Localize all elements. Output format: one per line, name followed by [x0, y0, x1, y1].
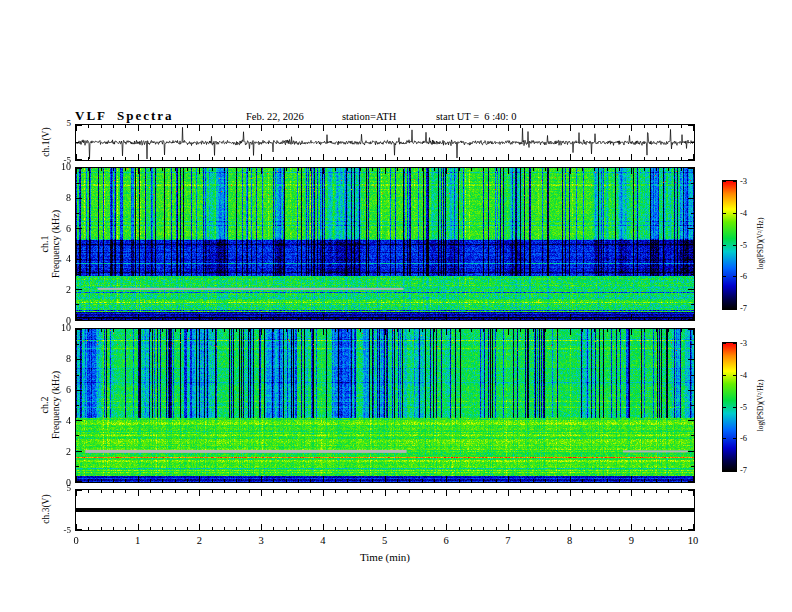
- x-tick-label: 4: [311, 535, 335, 546]
- colorbar-tick: [723, 245, 726, 246]
- ch1-spectrogram-canvas: [76, 168, 694, 320]
- colorbar-tick: [723, 470, 726, 471]
- y-tick-label: 5: [43, 483, 71, 493]
- x-tick-label: 2: [187, 535, 211, 546]
- y-tick-label: 5: [43, 118, 71, 128]
- colorbar-tick: [733, 343, 736, 344]
- colorbar-tick: [723, 343, 726, 344]
- colorbar-tick: [723, 213, 726, 214]
- colorbar-tick: [723, 375, 726, 376]
- x-tick-label: 9: [619, 535, 643, 546]
- x-tick-label: 5: [373, 535, 397, 546]
- colorbar-tick: [733, 213, 736, 214]
- ch1-spectrogram-panel: [75, 167, 695, 321]
- colorbar-ch1-label: log(PSD)(V²/Hz): [756, 184, 765, 304]
- ch1-waveform-canvas: [76, 125, 694, 160]
- colorbar-tick-label: -4: [740, 370, 747, 380]
- y-tick-label: 8: [43, 353, 71, 364]
- colorbar-tick-label: -6: [740, 271, 747, 281]
- ch2-spectrogram-panel: [75, 328, 695, 483]
- colorbar-tick: [733, 407, 736, 408]
- y-tick-label: 6: [43, 223, 71, 234]
- colorbar-tick: [723, 407, 726, 408]
- y-tick-label: -5: [43, 525, 71, 535]
- figure-date: Feb. 22, 2026: [246, 111, 304, 122]
- y-tick-label: 10: [43, 322, 71, 333]
- ch2-spectrogram-canvas: [76, 329, 694, 482]
- colorbar-tick: [723, 276, 726, 277]
- colorbar-tick: [733, 181, 736, 182]
- y-tick-label: 6: [43, 384, 71, 395]
- y-tick-label: 10: [43, 161, 71, 172]
- ch1-waveform-panel: [75, 124, 695, 161]
- colorbar-tick-label: -3: [740, 176, 747, 186]
- colorbar-tick: [733, 438, 736, 439]
- y-tick-label: 8: [43, 192, 71, 203]
- colorbar-tick: [733, 375, 736, 376]
- x-tick-label: 0: [64, 535, 88, 546]
- colorbar-tick: [733, 308, 736, 309]
- colorbar-tick: [733, 470, 736, 471]
- colorbar-tick-label: -3: [740, 338, 747, 348]
- x-tick-label: 6: [434, 535, 458, 546]
- colorbar-ch2-label: log(PSD)(V²/Hz): [756, 346, 765, 466]
- colorbar-tick: [723, 438, 726, 439]
- y-tick-label: 2: [43, 284, 71, 295]
- y-tick-label: 4: [43, 253, 71, 264]
- vlf-spectra-figure: VLF Spectra Feb. 22, 2026 station=ATH st…: [0, 0, 792, 612]
- colorbar-tick: [733, 276, 736, 277]
- x-tick-label: 1: [126, 535, 150, 546]
- colorbar-tick-label: -5: [740, 402, 747, 412]
- x-tick-label: 3: [249, 535, 273, 546]
- colorbar-tick: [733, 245, 736, 246]
- x-tick-label: 8: [558, 535, 582, 546]
- colorbar-tick: [723, 181, 726, 182]
- time-axis-label: Time (min): [75, 551, 695, 563]
- colorbar-tick-label: -4: [740, 208, 747, 218]
- colorbar-tick-label: -6: [740, 433, 747, 443]
- figure-title: VLF Spectra: [75, 108, 174, 124]
- figure-station: station=ATH: [342, 111, 396, 122]
- colorbar-ch2: [722, 342, 737, 472]
- colorbar-ch1: [722, 180, 737, 310]
- colorbar-tick-label: -5: [740, 240, 747, 250]
- y-tick-label: 2: [43, 446, 71, 457]
- figure-start-ut: start UT = 6 :40: 0: [436, 111, 516, 122]
- colorbar-tick-label: -7: [740, 303, 747, 313]
- colorbar-tick-label: -7: [740, 465, 747, 475]
- x-tick-label: 7: [496, 535, 520, 546]
- x-tick-label: 10: [681, 535, 705, 546]
- colorbar-tick: [723, 308, 726, 309]
- ch3-waveform-panel: [75, 489, 695, 531]
- y-tick-label: 4: [43, 415, 71, 426]
- ch3-waveform-canvas: [76, 490, 694, 530]
